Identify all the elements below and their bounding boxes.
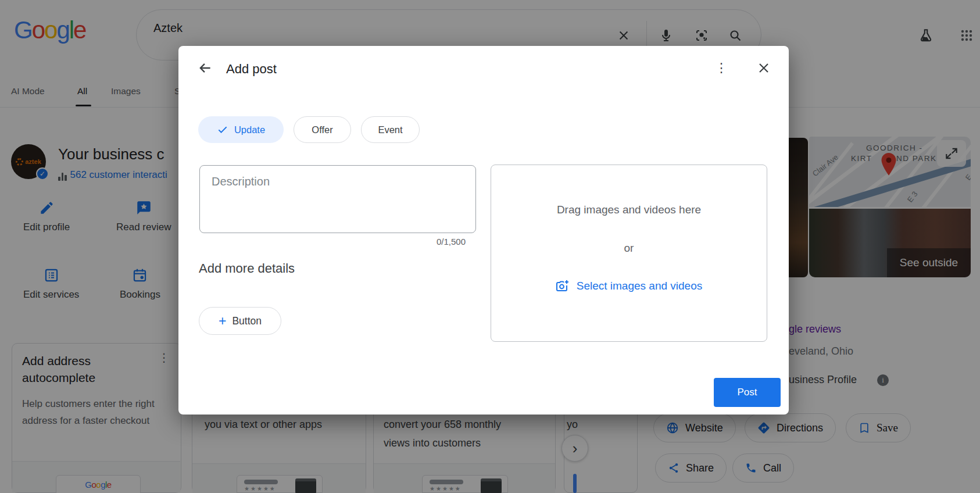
check-icon (217, 124, 228, 135)
description-input[interactable] (199, 165, 476, 233)
add-post-dialog: Add post ⋮ Update Offer Event 0/1,500 Ad… (178, 46, 789, 415)
page: Google AI Mode All Images S aztek ✓ Your… (0, 0, 980, 493)
post-button[interactable]: Post (714, 378, 781, 407)
plus-icon: + (219, 315, 226, 327)
add-more-details-heading: Add more details (199, 261, 295, 276)
back-button[interactable] (194, 56, 217, 80)
post-type-chip-update[interactable]: Update (198, 116, 284, 143)
add-button-chip[interactable]: + Button (199, 307, 281, 335)
media-dropzone[interactable]: Drag images and videos here or Select im… (491, 165, 767, 342)
close-icon (757, 61, 771, 75)
dialog-menu-icon[interactable]: ⋮ (710, 56, 733, 80)
post-type-chip-offer[interactable]: Offer (294, 116, 351, 143)
select-media-button[interactable]: Select images and videos (491, 279, 767, 293)
dropzone-text: Drag images and videos here (491, 203, 767, 216)
post-type-chip-event[interactable]: Event (361, 116, 420, 143)
dialog-title: Add post (226, 62, 277, 77)
char-counter: 0/1,500 (199, 237, 466, 246)
arrow-left-icon (198, 60, 213, 76)
camera-plus-icon (556, 279, 570, 293)
dialog-close-button[interactable] (752, 56, 775, 80)
dropzone-or-text: or (491, 242, 767, 255)
